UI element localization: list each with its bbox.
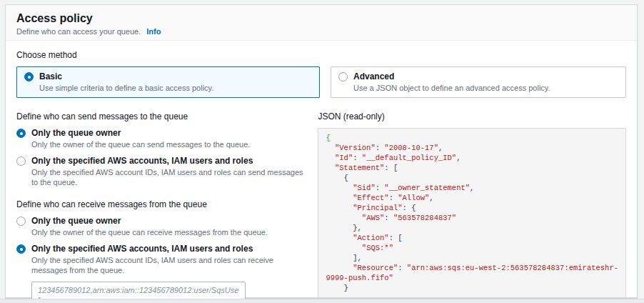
send-radio-group: Define who can send messages to the queu…: [16, 111, 307, 187]
method-card-basic[interactable]: Basic Use simple criteria to define a ba…: [16, 66, 320, 98]
method-advanced-label[interactable]: Advanced: [353, 71, 394, 82]
json-readonly-label: JSON (read-only): [318, 111, 626, 122]
method-card-advanced[interactable]: Advanced Use a JSON object to define an …: [331, 66, 626, 98]
method-basic-label[interactable]: Basic: [39, 71, 62, 82]
radio-icon[interactable]: [338, 72, 348, 81]
radio-icon[interactable]: [16, 217, 26, 226]
send-owner-label[interactable]: Only the queue owner: [31, 128, 121, 139]
method-advanced-description: Use a JSON object to define an advanced …: [353, 83, 618, 93]
page-subtitle: Define who can access your queue.: [16, 27, 141, 36]
choose-method-label: Choose method: [16, 49, 626, 61]
page-bottom-divider: [0, 299, 644, 303]
send-section-label: Define who can send messages to the queu…: [16, 111, 307, 122]
basic-options-column: Define who can send messages to the queu…: [16, 111, 307, 303]
receive-radio-group: Define who can receive messages from the…: [16, 199, 307, 303]
receive-specified-description: Only the specified AWS account IDs, IAM …: [31, 255, 307, 275]
receive-owner-label[interactable]: Only the queue owner: [31, 216, 121, 227]
receive-owner-description: Only the owner of the queue can receive …: [31, 227, 307, 237]
method-card-group: Basic Use simple criteria to define a ba…: [16, 66, 626, 98]
panel-body: Choose method Basic Use simple criteria …: [6, 41, 637, 303]
receive-section-label: Define who can receive messages from the…: [16, 199, 307, 210]
json-code: { "Version": "2008-10-17", "Id": "__defa…: [318, 128, 626, 298]
json-column: JSON (read-only) { "Version": "2008-10-1…: [318, 111, 626, 303]
access-policy-panel: Access policy Define who can access your…: [5, 4, 638, 298]
send-specified-label[interactable]: Only the specified AWS accounts, IAM use…: [31, 156, 253, 167]
send-owner-description: Only the owner of the queue can send mes…: [31, 139, 307, 149]
radio-icon[interactable]: [16, 157, 26, 166]
page-title: Access policy: [16, 11, 626, 25]
method-basic-description: Use simple criteria to define a basic ac…: [39, 83, 312, 93]
info-link[interactable]: Info: [146, 27, 161, 36]
radio-icon[interactable]: [16, 244, 26, 254]
radio-icon[interactable]: [24, 72, 34, 81]
radio-icon[interactable]: [16, 129, 26, 138]
panel-header: Access policy Define who can access your…: [6, 5, 637, 41]
send-specified-description: Only the specified AWS account IDs, IAM …: [31, 167, 307, 187]
receive-specified-label[interactable]: Only the specified AWS accounts, IAM use…: [31, 244, 253, 254]
